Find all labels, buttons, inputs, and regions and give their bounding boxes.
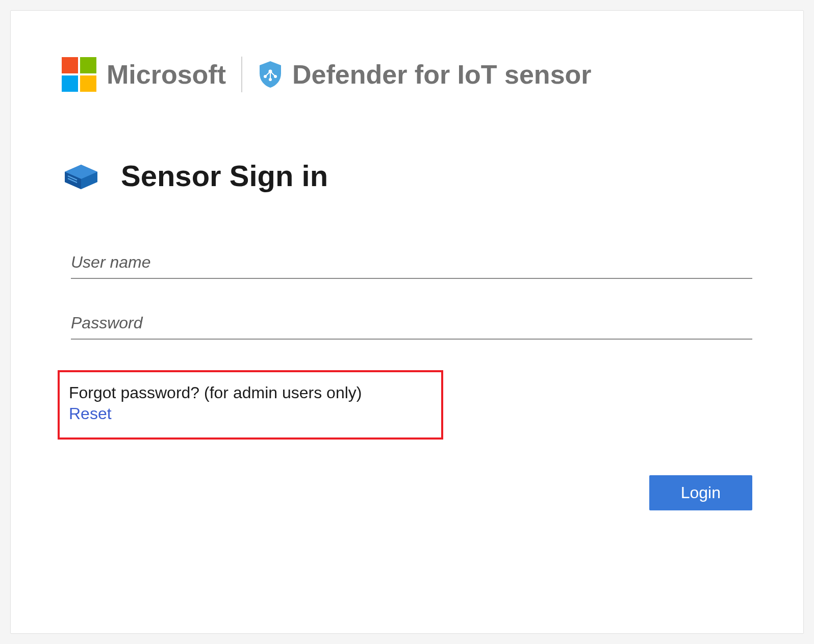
password-group — [62, 310, 752, 340]
login-card: Microsoft Defender for IoT sensor Sensor… — [10, 10, 804, 634]
product-name: Defender for IoT sensor — [292, 59, 592, 90]
company-name: Microsoft — [107, 59, 226, 90]
password-input[interactable] — [71, 310, 752, 340]
signin-header: Sensor Sign in — [62, 159, 752, 193]
username-group — [62, 249, 752, 279]
microsoft-logo-icon — [62, 57, 96, 92]
username-input[interactable] — [71, 249, 752, 279]
header-row: Microsoft Defender for IoT sensor — [62, 57, 752, 92]
shield-icon — [258, 60, 283, 89]
forgot-password-box: Forgot password? (for admin users only) … — [58, 370, 443, 440]
sensor-device-icon — [62, 161, 100, 191]
login-button[interactable]: Login — [649, 475, 752, 510]
forgot-password-text: Forgot password? (for admin users only) — [69, 383, 432, 402]
signin-title: Sensor Sign in — [121, 159, 328, 193]
header-divider — [241, 57, 242, 92]
reset-link[interactable]: Reset — [69, 404, 112, 423]
button-row: Login — [62, 475, 752, 510]
